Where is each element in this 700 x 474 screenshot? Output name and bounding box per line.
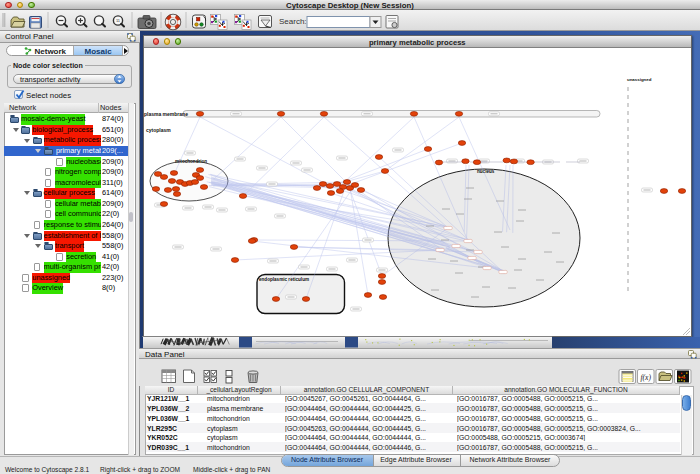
svg-text:f(x): f(x) bbox=[640, 373, 651, 382]
